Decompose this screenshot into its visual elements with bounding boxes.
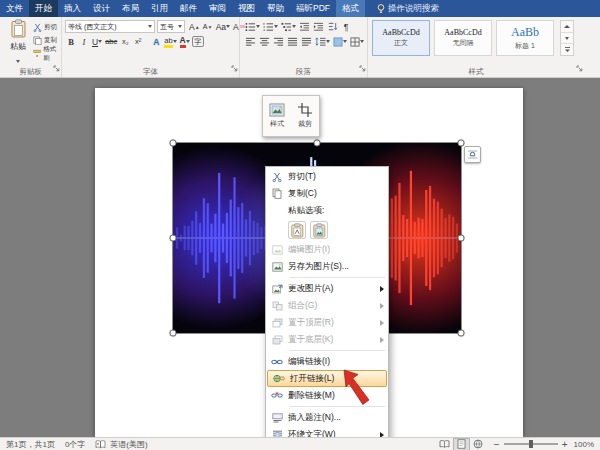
bullets-icon: [245, 22, 256, 32]
styles-gallery-scroll: [560, 20, 574, 56]
proofing-status[interactable]: [95, 440, 106, 449]
menu-item-group[interactable]: 组合(G): [266, 297, 388, 314]
paste-as-picture-button[interactable]: [310, 221, 328, 239]
bring-to-front-icon: [266, 318, 288, 328]
selection-handle-bottom-left[interactable]: [170, 330, 177, 337]
menu-item-cut[interactable]: 剪切(T): [266, 168, 388, 185]
styles-dialog-launcher[interactable]: [576, 58, 583, 76]
cut-button[interactable]: 剪切: [33, 21, 61, 34]
tab-file[interactable]: 文件: [0, 0, 29, 17]
borders-button[interactable]: [349, 35, 365, 48]
distribute-button[interactable]: [300, 35, 313, 48]
change-case-button[interactable]: Aa: [215, 20, 231, 33]
paste-button[interactable]: 粘贴: [4, 19, 32, 65]
tab-design[interactable]: 设计: [87, 0, 116, 17]
zoom-level[interactable]: 100%: [574, 440, 594, 449]
underline-button[interactable]: U: [91, 35, 103, 48]
zoom-in-button[interactable]: +: [562, 439, 568, 450]
zoom-slider-thumb[interactable]: [529, 440, 533, 448]
menu-item-bring-to-front[interactable]: 置于顶层(R): [266, 314, 388, 331]
enclose-character-button[interactable]: 字: [192, 36, 204, 47]
zoom-out-button[interactable]: −: [494, 439, 500, 450]
borders-icon: [350, 37, 360, 47]
font-size-select[interactable]: 五号: [157, 20, 185, 33]
grow-font-button[interactable]: A▲: [188, 20, 201, 33]
italic-button[interactable]: I: [78, 35, 90, 48]
sort-button[interactable]: [326, 20, 339, 33]
layout-options-button[interactable]: [464, 146, 481, 163]
floating-mini-toolbar: 样式 裁剪: [262, 95, 320, 137]
tab-layout[interactable]: 布局: [116, 0, 145, 17]
justify-button[interactable]: [286, 35, 299, 48]
word-count[interactable]: 0个字: [65, 439, 85, 450]
superscript-button[interactable]: x²: [132, 35, 144, 48]
menu-item-send-to-back[interactable]: 置于底层(K): [266, 331, 388, 348]
style-card-normal[interactable]: AaBbCcDd 正文: [372, 20, 430, 56]
line-spacing-button[interactable]: [314, 35, 331, 48]
line-spacing-icon: [315, 37, 326, 47]
crop-button[interactable]: 裁剪: [291, 96, 319, 136]
selection-handle-middle-left[interactable]: [170, 235, 177, 242]
tab-references[interactable]: 引用: [145, 0, 174, 17]
menu-item-change-picture[interactable]: 更改图片(A): [266, 280, 388, 297]
paste-label: 粘贴: [4, 42, 32, 51]
style-card-no-spacing[interactable]: AaBbCcDd 无间隔: [434, 20, 492, 56]
tab-view[interactable]: 视图: [232, 0, 261, 17]
shading-button[interactable]: [332, 35, 348, 48]
menu-item-save-as-picture[interactable]: 另存为图片(S)...: [266, 258, 388, 275]
numbering-button[interactable]: [262, 20, 279, 33]
tab-review[interactable]: 审阅: [203, 0, 232, 17]
page-indicator[interactable]: 第1页，共1页: [6, 439, 55, 450]
read-mode-icon: [439, 440, 450, 448]
styles-more-button[interactable]: [561, 44, 573, 55]
tab-help[interactable]: 帮助: [261, 0, 290, 17]
menu-item-insert-caption[interactable]: 插入题注(N)...: [266, 409, 388, 426]
selection-handle-top-center[interactable]: [314, 140, 321, 147]
menu-item-edit-picture[interactable]: 编辑图片(I): [266, 241, 388, 258]
decrease-indent-button[interactable]: [298, 20, 311, 33]
picture-style-icon: [269, 103, 285, 117]
paragraph-dialog-launcher[interactable]: [359, 58, 366, 76]
align-center-button[interactable]: [258, 35, 271, 48]
selection-handle-top-right[interactable]: [458, 140, 465, 147]
strikethrough-button[interactable]: abc: [104, 35, 118, 48]
subscript-button[interactable]: x₂: [119, 35, 131, 48]
tab-home[interactable]: 开始: [29, 0, 58, 17]
tab-picture-format[interactable]: 格式: [336, 0, 365, 17]
menu-item-copy[interactable]: 复制(C): [266, 185, 388, 202]
align-right-button[interactable]: [272, 35, 285, 48]
paste-keep-source-button[interactable]: [288, 221, 306, 239]
proofing-book-icon: [95, 440, 106, 449]
font-name-select[interactable]: 等线 (西文正文): [65, 20, 155, 33]
decrease-indent-icon: [299, 22, 310, 32]
selection-handle-bottom-right[interactable]: [458, 330, 465, 337]
tab-insert[interactable]: 插入: [58, 0, 87, 17]
styles-scroll-down-button[interactable]: [561, 32, 573, 45]
styles-scroll-up-button[interactable]: [561, 21, 573, 32]
print-layout-button[interactable]: [454, 439, 469, 450]
bold-button[interactable]: B: [65, 35, 77, 48]
tell-me-search[interactable]: 操作说明搜索: [371, 0, 445, 17]
shrink-arrow: ▼: [207, 24, 212, 30]
read-mode-button[interactable]: [437, 439, 452, 450]
show-hide-marks-button[interactable]: ¶: [340, 20, 352, 33]
font-dialog-launcher[interactable]: [231, 58, 238, 76]
text-effects-button[interactable]: A: [150, 35, 162, 48]
shrink-font-button[interactable]: A▼: [202, 20, 214, 33]
multilevel-list-button[interactable]: [280, 20, 297, 33]
clipboard-dialog-launcher[interactable]: [53, 58, 60, 76]
text-highlight-button[interactable]: ab: [163, 35, 177, 48]
increase-indent-button[interactable]: [312, 20, 325, 33]
tab-mailings[interactable]: 邮件: [174, 0, 203, 17]
selection-handle-top-left[interactable]: [170, 140, 177, 147]
picture-styles-button[interactable]: 样式: [263, 96, 291, 136]
font-color-button[interactable]: A: [179, 35, 191, 48]
zoom-slider[interactable]: [504, 443, 558, 445]
align-left-button[interactable]: [244, 35, 257, 48]
style-card-heading1[interactable]: AaBb 标题 1: [496, 20, 554, 56]
language-status[interactable]: 英语(美国): [110, 439, 147, 450]
tab-foxit-pdf[interactable]: 福昕PDF: [290, 0, 336, 17]
web-layout-button[interactable]: [471, 439, 486, 450]
bullets-button[interactable]: [244, 20, 261, 33]
selection-handle-middle-right[interactable]: [458, 235, 465, 242]
